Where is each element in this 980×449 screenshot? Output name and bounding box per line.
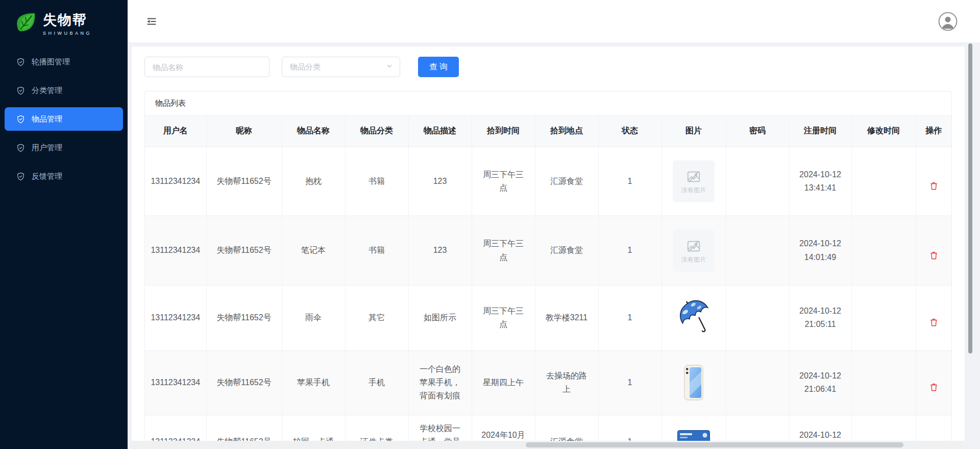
item-list-panel: 物品列表 用户名 昵称 <box>144 91 952 441</box>
col-found-time: 拾到时间 <box>472 116 535 147</box>
cell-image: 没有图片 <box>662 147 726 216</box>
chevron-down-icon <box>386 62 393 72</box>
search-bar: 物品分类 查 询 <box>144 57 952 77</box>
table-row: 13112341234 失物帮11652号 雨伞 其它 如图所示 周三下午三 点… <box>145 286 951 351</box>
cell-found-time: 周三下午三 点 <box>472 286 535 351</box>
table-row: 13112341234 失物帮11652号 校园一卡通 证件卡类 学校校园一 卡… <box>145 415 951 441</box>
delete-icon[interactable] <box>929 250 939 261</box>
leaf-logo-icon <box>13 10 37 36</box>
cell-found-time: 周三下午三 点 <box>472 216 535 286</box>
horizontal-scrollbar-thumb[interactable] <box>526 442 903 447</box>
cell-actions <box>916 286 951 351</box>
cell-description: 学校校园一 卡通，学号 1111 <box>408 415 472 441</box>
col-actions: 操作 <box>916 116 951 147</box>
sidebar-item-items[interactable]: 物品管理 <box>5 107 123 131</box>
shield-check-icon <box>16 144 25 152</box>
cell-item-name: 抱枕 <box>282 147 345 216</box>
col-found-place: 拾到地点 <box>535 116 598 147</box>
sidebar-item-users[interactable]: 用户管理 <box>5 136 123 159</box>
cell-description: 如图所示 <box>408 286 472 351</box>
cell-status: 1 <box>598 286 662 351</box>
col-username: 用户名 <box>145 116 206 147</box>
cell-found-place: 汇源食堂 <box>535 216 598 286</box>
cell-register-time: 2024-10-12 14:01:49 <box>789 216 851 286</box>
cell-modify-time <box>851 147 916 216</box>
col-category: 物品分类 <box>345 116 408 147</box>
table-row: 13112341234 失物帮11652号 苹果手机 手机 一个白色的 苹果手机… <box>145 350 951 415</box>
cell-username: 13112341234 <box>145 415 206 441</box>
app-root: 失物帮 SHIWUBANG 轮播图管理 分类管理 物品管 <box>0 0 980 449</box>
image-slash-icon <box>686 169 701 184</box>
page-content: 物品分类 查 询 物品列表 <box>128 42 980 449</box>
table-row: 13112341234 失物帮11652号 抱枕 书籍 123 周三下午三 点 … <box>145 147 951 216</box>
cell-found-time: 周三下午三 点 <box>472 147 535 216</box>
cell-description: 123 <box>408 216 472 286</box>
cell-password <box>726 147 789 216</box>
col-password: 密码 <box>726 116 789 147</box>
cell-found-place: 去操场的路 上 <box>535 350 598 415</box>
items-table: 用户名 昵称 物品名称 物品分类 物品描述 拾到时间 拾到地点 状态 图片 密码 <box>145 116 951 441</box>
cell-password <box>726 286 789 351</box>
cell-found-place: 汇源食堂 <box>535 415 598 441</box>
brand-name: 失物帮 <box>43 11 92 29</box>
col-description: 物品描述 <box>408 116 472 147</box>
sidebar-item-label: 分类管理 <box>32 86 62 96</box>
vertical-scrollbar-thumb[interactable] <box>968 43 972 353</box>
topbar <box>128 0 980 42</box>
cell-category: 书籍 <box>345 147 408 216</box>
cell-status: 1 <box>598 216 662 286</box>
cell-category: 证件卡类 <box>345 415 408 441</box>
category-select[interactable]: 物品分类 <box>282 57 400 77</box>
cell-password <box>726 350 789 415</box>
cell-description: 123 <box>408 147 472 216</box>
cell-username: 13112341234 <box>145 286 206 351</box>
item-image-umbrella <box>666 299 722 337</box>
cell-password <box>726 415 789 441</box>
cell-actions <box>916 216 951 286</box>
content-card: 物品分类 查 询 物品列表 <box>132 46 965 441</box>
cell-category: 书籍 <box>345 216 408 286</box>
horizontal-scrollbar-track[interactable] <box>132 441 963 449</box>
item-name-input[interactable] <box>144 57 270 77</box>
sidebar-item-label: 反馈管理 <box>32 172 62 181</box>
table-row: 13112341234 失物帮11652号 笔记本 书籍 123 周三下午三 点… <box>145 216 951 286</box>
cell-found-time: 星期四上午 <box>472 350 535 415</box>
cell-actions <box>916 350 951 415</box>
image-slash-icon <box>686 239 701 254</box>
shield-check-icon <box>16 86 25 95</box>
cell-nickname: 失物帮11652号 <box>206 286 282 351</box>
cell-status: 1 <box>598 415 662 441</box>
delete-icon[interactable] <box>929 317 939 327</box>
cell-password <box>726 216 789 286</box>
delete-icon[interactable] <box>929 181 939 191</box>
sidebar-item-carousel[interactable]: 轮播图管理 <box>5 50 123 74</box>
cell-item-name: 雨伞 <box>282 286 345 351</box>
sidebar-item-feedback[interactable]: 反馈管理 <box>5 164 123 188</box>
no-image-placeholder: 没有图片 <box>673 230 715 272</box>
cell-modify-time <box>851 350 916 415</box>
cell-register-time: 2024-10-12 21:05:11 <box>789 286 851 351</box>
cell-description: 一个白色的 苹果手机， 背面有划痕 <box>408 350 472 415</box>
cell-image <box>662 350 726 415</box>
cell-register-time: 2024-10-12 13:41:41 <box>789 147 851 216</box>
cell-item-name: 笔记本 <box>282 216 345 286</box>
cell-modify-time <box>851 286 916 351</box>
user-avatar-icon[interactable] <box>938 12 958 31</box>
sidebar-collapse-icon[interactable] <box>146 16 157 27</box>
cell-nickname: 失物帮11652号 <box>206 350 282 415</box>
main-area: 物品分类 查 询 物品列表 <box>128 0 980 449</box>
delete-icon[interactable] <box>929 382 939 392</box>
brand-subtitle: SHIWUBANG <box>43 31 92 36</box>
cell-username: 13112341234 <box>145 216 206 286</box>
cell-found-place: 教学楼3211 <box>535 286 598 351</box>
cell-modify-time <box>851 415 916 441</box>
cell-image <box>662 415 726 441</box>
sidebar-item-category[interactable]: 分类管理 <box>5 79 123 102</box>
cell-found-place: 汇源食堂 <box>535 147 598 216</box>
sidebar-item-label: 用户管理 <box>32 143 62 153</box>
col-modify-time: 修改时间 <box>851 116 916 147</box>
col-nickname: 昵称 <box>206 116 282 147</box>
panel-title: 物品列表 <box>145 91 951 116</box>
col-item-name: 物品名称 <box>282 116 345 147</box>
query-button[interactable]: 查 询 <box>418 57 459 77</box>
